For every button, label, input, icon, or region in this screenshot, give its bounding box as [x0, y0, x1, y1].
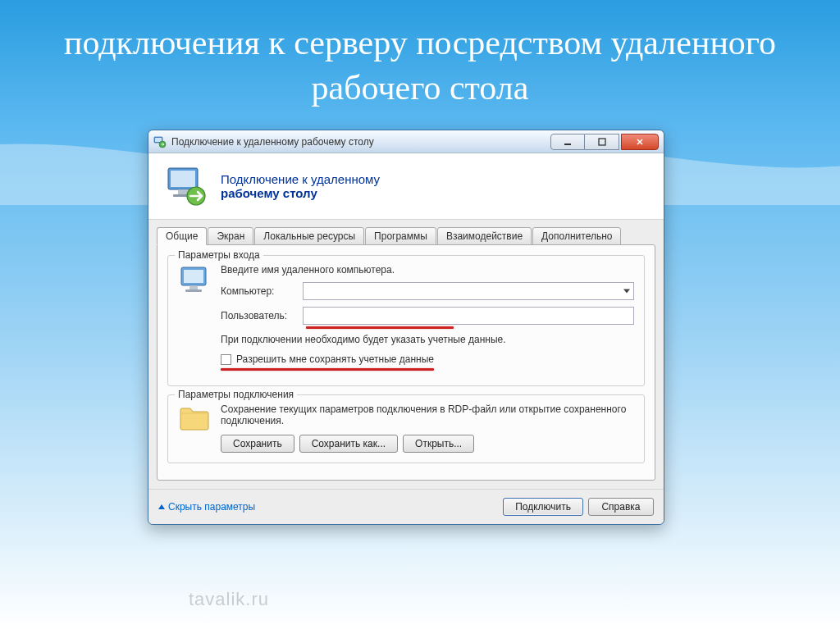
allow-save-label: Разрешить мне сохранять учетные данные [236, 353, 434, 365]
titlebar[interactable]: Подключение к удаленному рабочему столу [148, 130, 664, 153]
save-as-button[interactable]: Сохранить как... [299, 435, 398, 453]
tab-advanced[interactable]: Дополнительно [532, 227, 621, 245]
svg-rect-11 [184, 270, 203, 283]
allow-save-checkbox[interactable] [221, 354, 231, 365]
rdc-window: Подключение к удаленному рабочему столу [148, 130, 664, 525]
highlight-underline-checkbox [221, 368, 434, 371]
highlight-underline-user [306, 326, 454, 329]
svg-rect-1 [155, 138, 162, 142]
credentials-note: При подключении необходимо будет указать… [221, 334, 634, 345]
svg-rect-4 [599, 139, 605, 145]
svg-rect-3 [564, 144, 571, 145]
computer-icon [178, 264, 214, 376]
banner-line1: Подключение к удаленному [221, 172, 380, 186]
banner-line2: рабочему столу [221, 186, 380, 200]
rdc-app-icon [153, 135, 167, 148]
tab-programs[interactable]: Программы [365, 227, 436, 245]
chevron-down-icon [623, 289, 630, 294]
save-button[interactable]: Сохранить [221, 435, 294, 453]
user-input[interactable] [303, 307, 634, 325]
minimize-button[interactable] [550, 134, 585, 150]
hide-options-label: Скрыть параметры [168, 501, 255, 513]
maximize-button[interactable] [585, 134, 619, 150]
tab-screen[interactable]: Экран [208, 227, 253, 245]
folder-icon [178, 403, 214, 436]
login-group-title: Параметры входа [175, 249, 263, 261]
svg-rect-12 [189, 285, 198, 289]
login-instruction: Введите имя удаленного компьютера. [221, 264, 634, 276]
rdc-banner-icon [163, 165, 209, 207]
computer-label: Компьютер: [221, 285, 303, 297]
connection-description: Сохранение текущих параметров подключени… [221, 403, 634, 426]
tab-experience[interactable]: Взаимодействие [437, 227, 532, 245]
connection-group-title: Параметры подключения [175, 389, 297, 400]
watermark: tavalik.ru [189, 589, 269, 610]
login-group: Параметры входа Введите имя удаленного к… [167, 255, 645, 386]
open-button[interactable]: Открыть... [403, 435, 474, 453]
connect-button[interactable]: Подключить [503, 498, 583, 516]
hide-options-link[interactable]: Скрыть параметры [158, 501, 255, 513]
connection-group: Параметры подключения Сохранение текущих… [167, 394, 645, 463]
svg-rect-13 [185, 289, 202, 292]
banner: Подключение к удаленному рабочему столу [148, 153, 664, 220]
svg-rect-6 [171, 171, 195, 187]
window-footer: Скрыть параметры Подключить Справка [148, 489, 664, 524]
tab-local-resources[interactable]: Локальные ресурсы [254, 227, 364, 245]
computer-combo[interactable] [303, 282, 634, 300]
chevron-up-icon [158, 504, 165, 509]
user-label: Пользователь: [221, 310, 303, 321]
tab-strip: Общие Экран Локальные ресурсы Программы … [157, 227, 655, 245]
help-button[interactable]: Справка [588, 498, 654, 516]
tab-body-general: Параметры входа Введите имя удаленного к… [157, 244, 655, 481]
tab-general[interactable]: Общие [157, 227, 207, 245]
slide-title: подключения к серверу посредством удален… [0, 0, 840, 118]
close-button[interactable] [621, 134, 659, 150]
window-title: Подключение к удаленному рабочему столу [171, 136, 549, 148]
svg-rect-7 [178, 189, 188, 194]
